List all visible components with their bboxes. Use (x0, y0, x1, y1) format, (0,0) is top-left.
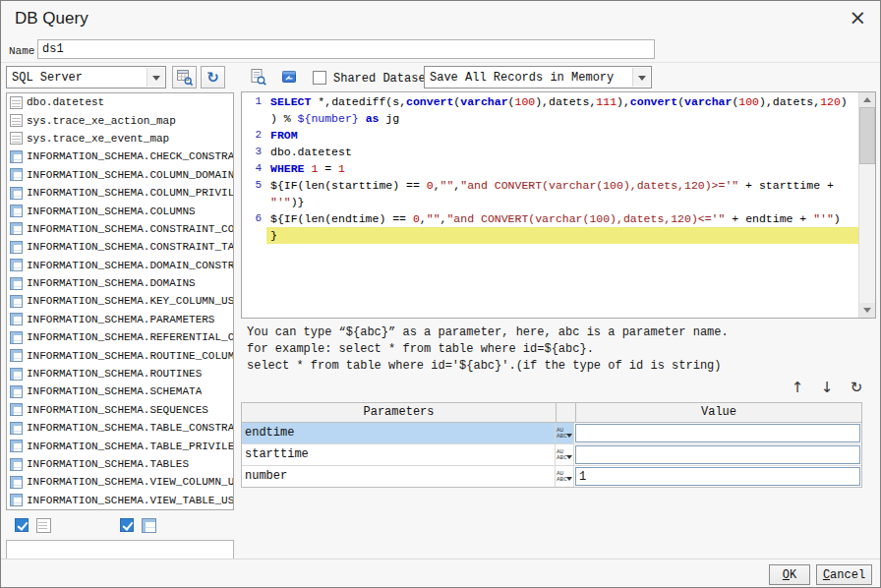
view-icon (10, 494, 23, 506)
list-item[interactable]: INFORMATION_SCHEMA.TABLE_PRIVILEG (7, 437, 233, 454)
view-icon (10, 422, 23, 435)
code-line: ${IF(len(endtime) == 0,"","and CONVERT(v… (266, 210, 859, 227)
code-token: + starttime + (738, 179, 834, 192)
preview-button[interactable] (245, 65, 270, 89)
table-icon (36, 518, 51, 533)
list-item[interactable]: INFORMATION_SCHEMA.COLUMN_DOMAIN_ (7, 166, 233, 184)
sql-editor[interactable]: 1SELECT *,datediff(s,convert(varchar(100… (241, 91, 876, 319)
list-item[interactable]: INFORMATION_SCHEMA.REFERENTIAL_CO (7, 328, 233, 346)
list-item[interactable]: INFORMATION_SCHEMA.SCHEMATA (7, 382, 233, 400)
code-token: = (318, 162, 338, 175)
view-icon (142, 518, 156, 533)
refresh-params-button[interactable]: ↻ (847, 378, 866, 397)
search-table-button[interactable] (172, 66, 197, 88)
code-token: 0 (427, 179, 434, 192)
save-mode-value: Save All Records in Memory (430, 71, 614, 85)
cancel-button[interactable]: Cancel (816, 564, 872, 585)
code-token: ), (617, 95, 630, 108)
param-rows: endtimeAUABCstarttimeAUABCnumberAUABC (242, 423, 861, 487)
list-item[interactable]: INFORMATION_SCHEMA.PARAMETERS (7, 311, 233, 328)
parameter-value-cell (574, 423, 861, 443)
refresh-connection-button[interactable]: ↻ (201, 66, 225, 88)
parameter-row[interactable]: endtimeAUABC (242, 423, 861, 444)
list-item[interactable]: INFORMATION_SCHEMA.TABLES (7, 455, 233, 473)
list-item[interactable]: INFORMATION_SCHEMA.ROUTINE_COLUMN (7, 346, 233, 364)
code-token: ),datets, (759, 95, 820, 108)
code-row: 2FROM (242, 127, 859, 144)
parameter-row[interactable]: starttimeAUABC (242, 444, 861, 466)
table-icon (10, 132, 23, 145)
ok-button[interactable]: OK (769, 564, 810, 585)
list-item[interactable]: INFORMATION_SCHEMA.DOMAINS (7, 274, 233, 292)
list-item[interactable]: INFORMATION_SCHEMA.SEQUENCES (7, 401, 233, 419)
parameter-row[interactable]: numberAUABC (242, 466, 861, 487)
show-views-checkbox[interactable] (120, 518, 134, 532)
code-line: SELECT *,datediff(s,convert(varchar(100)… (266, 93, 859, 110)
parameter-name-cell[interactable]: starttime (242, 444, 556, 465)
list-item[interactable]: INFORMATION_SCHEMA.KEY_COLUMN_USA (7, 292, 233, 310)
line-number: 3 (242, 144, 266, 160)
parameter-name-cell[interactable]: number (242, 466, 556, 487)
line-number (242, 227, 266, 244)
table-name: INFORMATION_SCHEMA.SCHEMATA (27, 385, 202, 397)
list-item[interactable]: INFORMATION_SCHEMA.TABLE_CONSTRAI (7, 419, 233, 437)
editor-scrollbar[interactable] (858, 92, 875, 318)
list-item[interactable]: INFORMATION_SCHEMA.VIEW_COLUMN_US (7, 473, 233, 491)
view-icon (10, 385, 23, 398)
table-name: INFORMATION_SCHEMA.VIEW_COLUMN_US (27, 476, 233, 488)
list-item[interactable]: INFORMATION_SCHEMA.VIEW_TABLE_USA (7, 492, 233, 509)
table-name: sys.trace_xe_event_map (27, 133, 169, 145)
parameter-value-input[interactable] (575, 424, 860, 442)
list-item[interactable]: INFORMATION_SCHEMA.CONSTRAINT_COL (7, 220, 233, 238)
db-query-dialog: DB Query × Name: SQL Server ↻ dbo.datete… (0, 0, 881, 588)
code-token: 0 (413, 212, 420, 225)
type-column-header (557, 403, 576, 422)
code-line: } (266, 227, 859, 244)
table-name: INFORMATION_SCHEMA.REFERENTIAL_CO (27, 331, 233, 343)
list-item[interactable]: sys.trace_xe_action_map (7, 111, 233, 129)
close-icon[interactable]: × (849, 6, 866, 29)
line-number: 5 (242, 177, 266, 194)
parameter-value-input[interactable] (575, 467, 860, 486)
code-token: ) (841, 95, 848, 108)
line-number: 1 (242, 93, 266, 110)
view-icon (10, 168, 23, 181)
dataset-name-input[interactable] (37, 39, 655, 59)
parameter-value-input[interactable] (575, 445, 860, 464)
list-item[interactable]: INFORMATION_SCHEMA.CHECK_CONSTRAI (7, 147, 233, 165)
scroll-up-icon[interactable] (859, 92, 875, 107)
shared-dataset-checkbox[interactable] (313, 71, 326, 85)
view-icon (10, 150, 23, 163)
list-item[interactable]: sys.trace_xe_event_map (7, 130, 233, 147)
move-up-button[interactable]: ↑ (788, 378, 807, 397)
scroll-down-icon[interactable] (859, 303, 875, 318)
param-type-icon[interactable]: AUABC (556, 444, 574, 465)
table-name: INFORMATION_SCHEMA.COLUMNS (27, 206, 196, 217)
scrollbar-thumb[interactable] (859, 107, 875, 164)
help-text: You can type “${abc}” as a parameter, he… (247, 324, 729, 341)
table-name: INFORMATION_SCHEMA.COLUMN_PRIVILE (27, 187, 233, 199)
view-icon (10, 476, 23, 489)
show-tables-checkbox[interactable] (15, 518, 29, 532)
table-name: INFORMATION_SCHEMA.TABLE_CONSTRAI (27, 422, 233, 434)
list-item[interactable]: INFORMATION_SCHEMA.DOMAIN_CONSTRA (7, 257, 233, 274)
connection-select[interactable]: SQL Server (6, 66, 166, 88)
table-icon (10, 96, 23, 109)
parameter-name-cell[interactable]: endtime (242, 423, 556, 443)
code-rows: 1SELECT *,datediff(s,convert(varchar(100… (242, 93, 859, 244)
list-item[interactable]: INFORMATION_SCHEMA.COLUMN_PRIVILE (7, 184, 233, 202)
table-name: INFORMATION_SCHEMA.VIEW_TABLE_USA (27, 495, 233, 506)
code-row: ) % ${number} as jg (242, 110, 859, 127)
move-down-button[interactable]: ↓ (817, 378, 837, 397)
param-type-icon[interactable]: AUABC (556, 466, 574, 487)
table-name: INFORMATION_SCHEMA.KEY_COLUMN_USA (27, 295, 233, 307)
view-icon (10, 403, 23, 416)
save-mode-select[interactable]: Save All Records in Memory (424, 66, 652, 88)
table-name: INFORMATION_SCHEMA.CONSTRAINT_COL (27, 223, 233, 235)
param-type-icon[interactable]: AUABC (556, 423, 574, 443)
list-item[interactable]: INFORMATION_SCHEMA.ROUTINES (7, 365, 233, 382)
list-item[interactable]: INFORMATION_SCHEMA.CONSTRAINT_TAB (7, 238, 233, 256)
sql-window-button[interactable] (276, 65, 302, 89)
list-item[interactable]: dbo.datetest (7, 93, 233, 111)
list-item[interactable]: INFORMATION_SCHEMA.COLUMNS (7, 202, 233, 219)
